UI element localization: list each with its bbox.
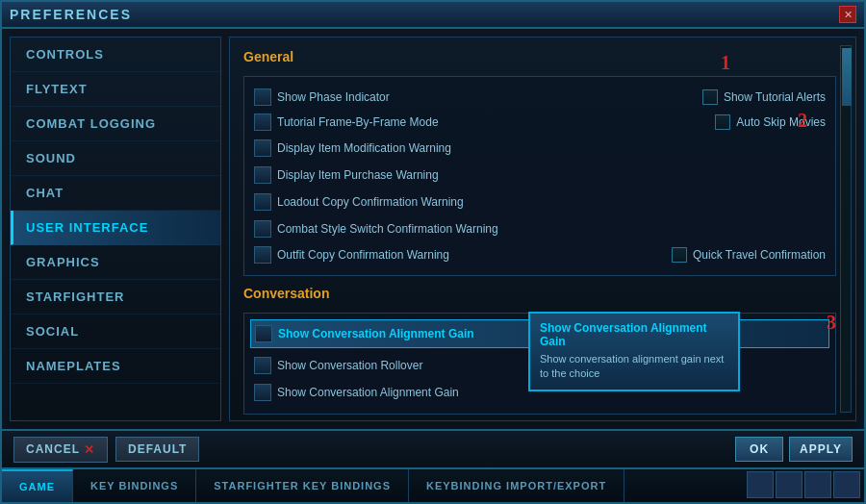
rollover-icon — [254, 357, 271, 374]
taskbar-icon-4[interactable] — [833, 471, 860, 498]
cancel-x-icon: ✕ — [84, 442, 95, 457]
conversation-header: Conversation — [243, 286, 836, 305]
setting-row-loadout: Loadout Copy Confirmation Warning — [254, 189, 826, 215]
sidebar-item-combat-logging[interactable]: COMBAT LOGGING — [11, 107, 220, 141]
default-button[interactable]: DEFAULT — [115, 437, 199, 462]
general-header: General — [243, 49, 836, 68]
scrollbar[interactable] — [840, 45, 852, 413]
bottom-left: CANCEL ✕ DEFAULT — [13, 437, 199, 463]
bottom-right: OK APPLY — [735, 437, 853, 462]
tooltip-title: Show Conversation Alignment Gain — [540, 321, 728, 348]
title-bar: PREFERENCES ✕ — [2, 2, 864, 29]
loadout-label: Loadout Copy Confirmation Warning — [277, 195, 464, 209]
tab-game[interactable]: GAME — [2, 469, 73, 502]
phase-icon — [254, 88, 271, 106]
content-area: CONTROLS FLYTEXT COMBAT LOGGING SOUND CH… — [2, 29, 864, 429]
tutorial-alerts-label: Show Tutorial Alerts — [724, 90, 826, 104]
bottom-bar: CANCEL ✕ DEFAULT OK APPLY — [2, 429, 864, 467]
cancel-button[interactable]: CANCEL ✕ — [13, 437, 108, 463]
setting-row-purchase-warning: Display Item Purchase Warning — [254, 162, 826, 189]
sidebar: CONTROLS FLYTEXT COMBAT LOGGING SOUND CH… — [10, 37, 221, 421]
loadout-icon — [254, 193, 271, 211]
rollover-label: Show Conversation Rollover — [277, 359, 422, 372]
setting-row-outfit: Outfit Copy Confirmation Warning Quick T… — [254, 242, 826, 267]
show-tutorial-cb[interactable] — [702, 89, 718, 105]
annotation-3: 3 — [827, 312, 836, 334]
sidebar-item-starfighter[interactable]: STARFIGHTER — [11, 280, 220, 315]
outfit-label: Outfit Copy Confirmation Warning — [277, 248, 449, 262]
cancel-label: CANCEL — [26, 442, 80, 456]
auto-skip-cb[interactable] — [715, 114, 730, 130]
sidebar-item-graphics[interactable]: GRAPHICS — [11, 245, 220, 280]
general-section: Show Phase Indicator Show Tutorial Alert… — [243, 76, 836, 276]
combat-style-icon — [254, 220, 271, 238]
taskbar-icon-3[interactable] — [804, 471, 831, 498]
setting-row-mod-warning: Display Item Modification Warning — [254, 135, 826, 162]
ok-button[interactable]: OK — [735, 437, 783, 462]
scrollbar-thumb[interactable] — [842, 48, 852, 106]
tab-keybinding-import-export[interactable]: KEYBINDING IMPORT/EXPORT — [409, 469, 624, 502]
close-button[interactable]: ✕ — [839, 6, 856, 23]
alignment-icon-1 — [255, 325, 272, 342]
tooltip-popup: Show Conversation Alignment Gain Show co… — [528, 312, 740, 391]
apply-button[interactable]: APPLY — [789, 437, 853, 462]
taskbar-icon-2[interactable] — [776, 471, 802, 498]
quick-travel-cb[interactable] — [672, 247, 687, 263]
window-title: PREFERENCES — [10, 7, 132, 22]
combat-style-label: Combat Style Switch Confirmation Warning — [277, 222, 498, 236]
mod-warning-icon — [254, 139, 271, 157]
sidebar-item-controls[interactable]: CONTROLS — [11, 38, 220, 72]
alignment-label-2: Show Conversation Alignment Gain — [277, 386, 459, 399]
annotation-1: 1 — [721, 52, 730, 74]
sidebar-item-flytext[interactable]: FLYTEXT — [11, 72, 220, 107]
alignment-icon-2 — [254, 384, 271, 401]
annotation-2: 2 — [798, 110, 807, 132]
tab-bar: GAME KEY BINDINGS STARFIGHTER KEY BINDIN… — [2, 467, 864, 502]
mod-warning-label: Display Item Modification Warning — [277, 141, 451, 155]
setting-row-tutorial: Tutorial Frame-By-Frame Mode Auto Skip M… — [254, 110, 826, 135]
taskbar-icon-1[interactable] — [747, 471, 774, 498]
setting-row-combat-style: Combat Style Switch Confirmation Warning — [254, 215, 826, 242]
tooltip-description: Show conversation alignment gain next to… — [540, 352, 728, 382]
tutorial-label: Tutorial Frame-By-Frame Mode — [277, 115, 439, 129]
alignment-label-1: Show Conversation Alignment Gain — [278, 327, 474, 340]
auto-skip-label: Auto Skip Movies — [736, 115, 826, 129]
sidebar-item-sound[interactable]: SOUND — [11, 141, 220, 176]
purchase-icon — [254, 166, 271, 184]
sidebar-item-user-interface[interactable]: USER INTERFACE — [11, 211, 220, 245]
tab-starfighter-key-bindings[interactable]: STARFIGHTER KEY BINDINGS — [196, 469, 409, 502]
tutorial-icon — [254, 113, 271, 131]
setting-row-phase: Show Phase Indicator Show Tutorial Alert… — [254, 85, 826, 110]
phase-label: Show Phase Indicator — [277, 90, 390, 104]
sidebar-item-chat[interactable]: CHAT — [11, 176, 220, 211]
purchase-label: Display Item Purchase Warning — [277, 168, 439, 182]
tab-key-bindings[interactable]: KEY BINDINGS — [73, 469, 196, 502]
taskbar-icons — [747, 467, 864, 502]
outfit-icon — [254, 246, 271, 264]
right-panel: General Show Phase Indicator Show Tutori… — [229, 37, 856, 421]
main-window: PREFERENCES ✕ CONTROLS FLYTEXT COMBAT LO… — [0, 0, 866, 504]
sidebar-item-nameplates[interactable]: NAMEPLATES — [11, 349, 220, 384]
quick-travel-label: Quick Travel Confirmation — [693, 248, 826, 262]
sidebar-item-social[interactable]: SOCIAL — [11, 315, 220, 349]
